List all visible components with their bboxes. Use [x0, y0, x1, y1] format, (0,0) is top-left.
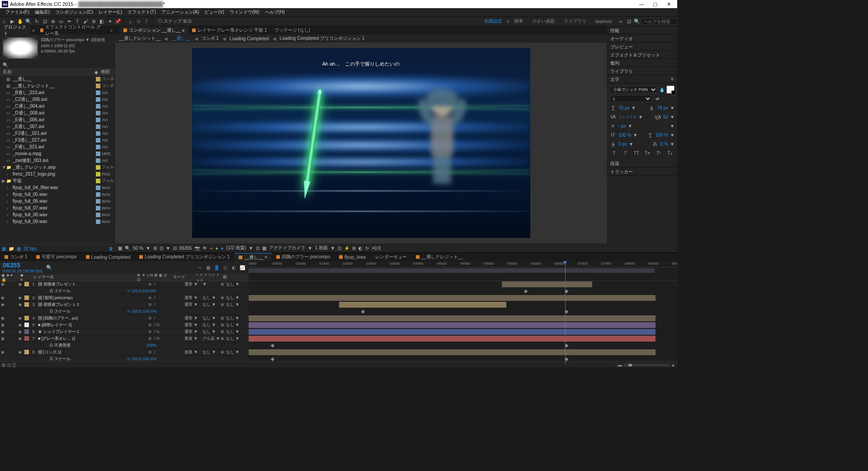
composition-viewer[interactable]: Ah ah… この手で握りしめたいの — [115, 43, 607, 243]
project-item[interactable]: ▦__通しクレジット__コンポ — [0, 82, 115, 89]
magnification-icon[interactable]: 🔍 — [125, 246, 130, 251]
layer-track[interactable] — [249, 328, 677, 335]
breadcrumb-item[interactable]: __通し__ — [171, 35, 190, 42]
layer-track[interactable] — [249, 301, 677, 308]
comp-viewer-tab[interactable]: コンポジション __通し__ ≡ — [120, 26, 189, 34]
comp-mini-flowchart-icon[interactable]: ⤳ — [196, 264, 203, 271]
fill-color-swatch[interactable] — [666, 86, 675, 94]
italic-icon[interactable]: T — [622, 151, 629, 156]
new-comp-icon[interactable]: ▦ — [17, 246, 21, 251]
kerning-value[interactable]: メトリクス — [618, 114, 637, 119]
resolution-icon[interactable]: ⊞ — [153, 246, 157, 251]
draft3d-icon[interactable]: ▦ — [204, 264, 212, 271]
col-name[interactable]: 名前 — [0, 69, 92, 75]
resolution-select[interactable]: (1/2 画質) — [226, 245, 246, 251]
character-panel-header[interactable]: 文字≡ — [607, 75, 677, 83]
axis-world-icon[interactable]: ⊹ — [134, 17, 142, 25]
project-item[interactable]: ▭_C2通し_005.aviAVI — [0, 96, 115, 103]
menu-file[interactable]: ファイル(F) — [3, 9, 32, 15]
frame-blend-icon[interactable]: ⊡ — [222, 264, 229, 271]
project-list[interactable]: ▦__通し__コンポ▦__通しクレジット__コンポ▭_B通し_010.aviAV… — [0, 76, 115, 244]
project-item[interactable]: ▭_zwr撮影_003.aviAVI — [0, 157, 115, 164]
views-select[interactable]: 1 画面 — [315, 245, 328, 251]
graph-editor-icon[interactable]: 📈 — [239, 264, 246, 271]
superscript-icon[interactable]: T¹ — [655, 151, 662, 156]
project-item[interactable]: ♪flyup_full_06.wavWAV — [0, 198, 115, 205]
tracking-value[interactable]: 50 — [663, 114, 668, 119]
breadcrumb-item[interactable]: Loading Completed プリコンポジション 1 — [280, 35, 365, 42]
cti-line[interactable] — [565, 274, 566, 361]
flowchart-icon[interactable]: ◐ — [359, 246, 363, 251]
library-panel[interactable]: ライブラリ — [607, 67, 677, 75]
audio-panel[interactable]: オーディオ — [607, 34, 677, 43]
col-label-icon[interactable]: ◆ — [92, 70, 98, 75]
property-row[interactable]: Ö 不透明度100% — [0, 342, 249, 349]
font-size[interactable]: 70 px — [618, 105, 629, 110]
project-item[interactable]: ▭_F3通し_027.aviAVI — [0, 137, 115, 143]
layer-row[interactable]: ◉▶3▦ 視聴者プレゼント 2⊛ / 通常 ▼なし ▼⊚なし ▼ — [0, 301, 249, 308]
menu-view[interactable]: ビュー(V) — [202, 9, 226, 15]
layer-track[interactable] — [249, 322, 677, 328]
panel-menu-icon[interactable]: » — [107, 28, 115, 33]
layer-row[interactable]: ◉▶2▦ [電球] precompo⊛ / 通常 ▼なし ▼⊚なし ▼ — [0, 295, 249, 301]
timeline-search-icon[interactable]: 🔍 — [46, 265, 52, 271]
subscript-icon[interactable]: T₁ — [666, 151, 674, 156]
breadcrumb-item[interactable]: __通しクレジット__ — [119, 35, 160, 42]
motion-blur-icon[interactable]: ◐ — [230, 264, 237, 271]
delete-icon[interactable]: 🗑 — [109, 246, 113, 251]
timeline-tab[interactable]: Loading Completed プリコンポジション 1 — [135, 253, 234, 261]
work-area-bar[interactable] — [249, 268, 655, 273]
maximize-button[interactable]: ▢ — [648, 0, 662, 8]
timeline-tab[interactable]: flyup_lines — [335, 253, 370, 261]
timeline-tab[interactable]: レンダーキュー — [371, 253, 411, 261]
tracker-panel[interactable]: トラッカー — [607, 167, 677, 176]
time-ruler[interactable]: 3000005000100001500020000250003000035000… — [249, 261, 677, 267]
project-item[interactable]: ▶📁 平面フォル — [0, 177, 115, 184]
roi-icon[interactable]: ⊡ — [256, 246, 259, 251]
workspace-more-icon[interactable]: » — [617, 17, 625, 25]
axis-local-icon[interactable]: ⟂ — [126, 17, 134, 25]
layer-row[interactable]: ◉▶6★ シェイプレイヤー 1⊛ / fx通常 ▼なし ▼⊚なし ▼ — [0, 328, 249, 335]
layer-row[interactable]: ◉▶5■ [調整レイヤー 3]⊛ / fx通常 ▼なし ▼⊚なし ▼ — [0, 322, 249, 328]
project-tab[interactable]: プロジェクト — [0, 26, 30, 34]
pixel-aspect-icon[interactable]: ⊡ — [338, 246, 341, 251]
smallcaps-icon[interactable]: Tᴛ — [644, 151, 651, 156]
project-item[interactable]: ▭_B通し_010.aviAVI — [0, 89, 115, 96]
current-frame-display[interactable]: 06355 — [3, 262, 42, 269]
mask-icon[interactable]: ⊟ — [173, 246, 177, 251]
timeline-tab[interactable]: 可変可 precompo — [32, 253, 81, 261]
workspace-small[interactable]: 小さい画面 — [528, 18, 559, 24]
sync-icon[interactable]: ⊡ — [625, 17, 633, 25]
timeline-tab[interactable]: 四隅のブラー precompo — [272, 253, 335, 261]
property-row[interactable]: Ö スケール∞ 100.0,100.0% — [0, 288, 249, 295]
new-folder-icon[interactable]: 📁 — [9, 246, 14, 251]
snapshot-icon[interactable]: 📷 — [194, 246, 200, 251]
effects-presets-panel[interactable]: エフェクト＆プリセット — [607, 51, 677, 59]
layer-track[interactable] — [249, 281, 677, 288]
project-item[interactable]: ▼📁_通しクレジット.aepフォル — [0, 164, 115, 171]
stroke-swap-icon[interactable]: ⇄ — [654, 96, 661, 101]
fast-preview-icon[interactable]: ⚡ — [344, 246, 349, 251]
col-mode[interactable]: モード — [172, 274, 194, 280]
project-item[interactable]: ♪flyup_full_04_filter.wavWAV — [0, 184, 115, 191]
zoom-out-timeline[interactable]: ▬ — [618, 362, 622, 367]
property-row[interactable]: Ö スケール∞ 100.0,100.0% — [0, 308, 249, 315]
layer-row[interactable]: ◉▶1▦ 視聴者プレゼント⊛ / 通常 ▼ ▼⊚なし ▼ — [0, 281, 249, 288]
workspace-custom[interactable]: iwamoto — [591, 19, 617, 24]
roto-tool-icon[interactable]: ✦ — [106, 17, 114, 25]
col-layer-name[interactable]: レイヤー名 — [27, 274, 136, 280]
axis-view-icon[interactable]: ⊺ — [142, 17, 151, 25]
project-item[interactable]: ▭_F通し_023.aviAVI — [0, 143, 115, 150]
menu-edit[interactable]: 編集(E) — [32, 9, 52, 15]
puppet-tool-icon[interactable]: 📌 — [114, 17, 122, 25]
menu-help[interactable]: ヘルプ(H) — [262, 9, 288, 15]
font-family-select[interactable]: 小塚ゴシック Pr6N — [609, 86, 657, 93]
project-item[interactable]: ♪flyup_full_07.wavWAV — [0, 205, 115, 211]
always-preview-icon[interactable]: ▦ — [118, 246, 122, 251]
info-panel[interactable]: 情報 — [607, 26, 677, 34]
workspace-library[interactable]: ライブラリ — [559, 18, 591, 24]
preview-panel[interactable]: プレビュー — [607, 43, 677, 51]
layer-viewer-tab[interactable]: レイヤー グレー系オレンジ 平面 1 — [189, 26, 271, 34]
project-item[interactable]: ▭_F2通し_021.aviAVI — [0, 130, 115, 137]
layer-track[interactable] — [249, 295, 677, 301]
